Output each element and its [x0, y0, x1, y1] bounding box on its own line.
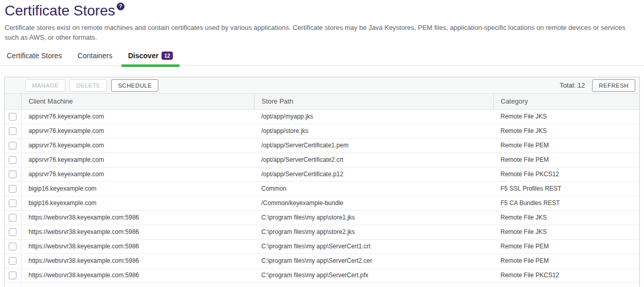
cell-client-machine: appsrvr76.keyexample.com: [21, 167, 254, 181]
row-checkbox[interactable]: [9, 127, 16, 135]
column-header-client-machine[interactable]: Client Machine: [21, 94, 254, 109]
page-header: Certificate Stores ? Certificate stores …: [0, 0, 644, 42]
cell-client-machine: appsrvr76.keyexample.com: [21, 138, 254, 153]
row-select-cell: [5, 167, 21, 181]
cell-store-path: C:\program files\my app\ServerCert1.crt: [254, 239, 493, 254]
tab-containers[interactable]: Containers: [71, 49, 119, 65]
row-select-cell: [5, 196, 21, 210]
cell-store-path: C:\program files\my app\ServerCert2.cer: [254, 254, 493, 268]
cell-category: Remote File PEM: [493, 138, 639, 153]
cell-store-path: /opt/app/myapp.jks: [254, 109, 493, 124]
cell-category: Remote File PEM: [493, 153, 639, 167]
cell-store-path: Common: [254, 181, 493, 196]
table-row: appsrvr76.keyexample.com /opt/app/Server…: [5, 153, 639, 167]
row-checkbox[interactable]: [9, 228, 16, 236]
cell-client-machine: appsrvr76.keyexample.com: [21, 153, 254, 167]
row-select-cell: [5, 254, 21, 268]
delete-button[interactable]: DELETE: [69, 79, 107, 92]
cell-category: Remote File JKS: [493, 210, 639, 225]
row-select-cell: [5, 109, 21, 124]
cell-client-machine: appsrvr76.keyexample.com: [21, 109, 254, 124]
table-row: https://websrvr38.keyexample.com:5986 C:…: [5, 239, 639, 254]
column-header-store-path[interactable]: Store Path: [254, 94, 493, 109]
table-row: https://websrvr38.keyexample.com:5986 C:…: [5, 210, 639, 225]
cell-client-machine: bigip16.keyexample.com: [21, 196, 254, 210]
row-select-cell: [5, 268, 21, 282]
total-count: Total: 12: [560, 81, 585, 89]
tab-discover-label: Discover: [128, 52, 158, 60]
cell-category: Remote File PKCS12: [493, 167, 639, 181]
discover-table: Client Machine Store Path Category appsr…: [5, 94, 639, 283]
cell-store-path: /opt/app/ServerCertificate.p12: [254, 167, 493, 181]
row-checkbox[interactable]: [9, 171, 16, 178]
tab-discover[interactable]: Discover12: [121, 49, 180, 65]
cell-category: Remote File JKS: [493, 124, 639, 138]
table-row: https://websrvr38.keyexample.com:5986 C:…: [5, 254, 639, 268]
table-row: appsrvr76.keyexample.com /opt/app/store.…: [5, 124, 639, 138]
cell-store-path: /opt/app/store.jks: [254, 124, 493, 138]
cell-category: Remote File JKS: [493, 225, 639, 239]
cell-store-path: C:\program files\my app\ServerCert.pfx: [254, 268, 493, 282]
cell-client-machine: bigip16.keyexample.com: [21, 181, 254, 196]
row-checkbox[interactable]: [9, 156, 16, 164]
row-select-cell: [5, 138, 21, 153]
grid-toolbar: MANAGE DELETE SCHEDULE Total: 12 REFRESH: [5, 77, 639, 94]
cell-store-path: C:\program files\my app\store1.jks: [254, 210, 493, 225]
help-icon[interactable]: ?: [117, 3, 124, 10]
cell-store-path: /Common/keyexample-bundle: [254, 196, 493, 210]
cell-client-machine: appsrvr76.keyexample.com: [21, 124, 254, 138]
cell-store-path: /opt/app/ServerCertificate1.pem: [254, 138, 493, 153]
schedule-button[interactable]: SCHEDULE: [111, 79, 158, 92]
table-row: https://websrvr38.keyexample.com:5986 C:…: [5, 268, 639, 282]
row-select-cell: [5, 210, 21, 225]
cell-client-machine: https://websrvr38.keyexample.com:5986: [21, 254, 254, 268]
row-checkbox[interactable]: [9, 142, 16, 149]
cell-client-machine: https://websrvr38.keyexample.com:5986: [21, 225, 254, 239]
row-checkbox[interactable]: [9, 272, 16, 279]
cell-store-path: /opt/app/ServerCertificate2.crt: [254, 153, 493, 167]
row-select-cell: [5, 181, 21, 196]
cell-client-machine: https://websrvr38.keyexample.com:5986: [21, 210, 254, 225]
table-body: appsrvr76.keyexample.com /opt/app/myapp.…: [5, 109, 639, 282]
table-row: appsrvr76.keyexample.com /opt/app/Server…: [5, 138, 639, 153]
row-checkbox[interactable]: [9, 185, 16, 193]
manage-button[interactable]: MANAGE: [25, 79, 65, 92]
row-select-cell: [5, 124, 21, 138]
cell-category: Remote File PKCS12: [493, 268, 639, 282]
discover-grid-panel: MANAGE DELETE SCHEDULE Total: 12 REFRESH…: [4, 77, 640, 287]
cell-category: Remote File PEM: [493, 239, 639, 254]
table-row: appsrvr76.keyexample.com /opt/app/Server…: [5, 167, 639, 181]
table-row: bigip16.keyexample.com Common F5 SSL Pro…: [5, 181, 639, 196]
cell-category: Remote File PEM: [493, 254, 639, 268]
column-header-category[interactable]: Category: [493, 94, 639, 109]
row-checkbox[interactable]: [9, 243, 16, 250]
cell-client-machine: https://websrvr38.keyexample.com:5986: [21, 239, 254, 254]
page-description: Certificate stores exist on remote machi…: [5, 23, 639, 42]
tab-bar: Certificate Stores Containers Discover12: [0, 49, 644, 66]
refresh-button[interactable]: REFRESH: [592, 79, 635, 92]
page-title: Certificate Stores: [5, 2, 115, 19]
tab-certificate-stores[interactable]: Certificate Stores: [0, 49, 68, 65]
row-select-cell: [5, 239, 21, 254]
table-row: appsrvr76.keyexample.com /opt/app/myapp.…: [5, 109, 639, 124]
row-checkbox[interactable]: [9, 214, 16, 222]
table-row: https://websrvr38.keyexample.com:5986 C:…: [5, 225, 639, 239]
cell-client-machine: https://websrvr38.keyexample.com:5986: [21, 268, 254, 282]
row-checkbox[interactable]: [9, 257, 16, 265]
table-header-row: Client Machine Store Path Category: [5, 94, 639, 109]
cell-category: Remote File JKS: [493, 109, 639, 124]
row-checkbox[interactable]: [9, 113, 16, 121]
cell-category: F5 CA Bundles REST: [493, 196, 639, 210]
cell-store-path: C:\program files\my app\store2.jks: [254, 225, 493, 239]
row-select-cell: [5, 153, 21, 167]
row-select-cell: [5, 225, 21, 239]
table-row: bigip16.keyexample.com /Common/keyexampl…: [5, 196, 639, 210]
cell-category: F5 SSL Profiles REST: [493, 181, 639, 196]
header-select-cell: [5, 94, 21, 109]
discover-count-badge: 12: [162, 52, 173, 60]
row-checkbox[interactable]: [9, 199, 16, 207]
